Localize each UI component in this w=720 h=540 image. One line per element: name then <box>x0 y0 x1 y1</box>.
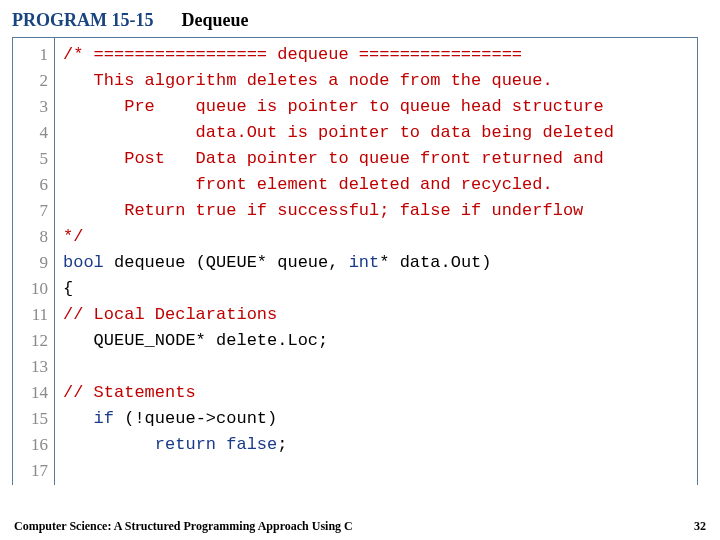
code-token: int <box>349 253 380 272</box>
code-token: ; <box>277 435 287 454</box>
code-line: { <box>63 276 697 302</box>
book-title: Computer Science: A Structured Programmi… <box>14 519 353 534</box>
line-number: 15 <box>13 406 48 432</box>
code-token: dequeue (QUEUE* queue, <box>104 253 349 272</box>
code-line: /* ================= dequeue ===========… <box>63 42 697 68</box>
code-token: */ <box>63 227 83 246</box>
line-number: 7 <box>13 198 48 224</box>
line-number: 12 <box>13 328 48 354</box>
code-line: data.Out is pointer to data being delete… <box>63 120 697 146</box>
code-line: This algorithm deletes a node from the q… <box>63 68 697 94</box>
code-line: return false; <box>63 432 697 458</box>
code-line: Pre queue is pointer to queue head struc… <box>63 94 697 120</box>
code-line: // Statements <box>63 380 697 406</box>
code-token: return <box>155 435 216 454</box>
code-token: // Local Declarations <box>63 305 277 324</box>
code-token: QUEUE_NODE* delete.Loc; <box>63 331 328 350</box>
code-token: if <box>94 409 114 428</box>
line-number: 1 <box>13 42 48 68</box>
code-line: front element deleted and recycled. <box>63 172 697 198</box>
line-number: 8 <box>13 224 48 250</box>
line-number-gutter: 1234567891011121314151617 <box>13 38 55 485</box>
code-token <box>63 435 155 454</box>
slide-header: PROGRAM 15-15 Dequeue <box>0 0 720 37</box>
line-number: 6 <box>13 172 48 198</box>
slide-footer: Computer Science: A Structured Programmi… <box>14 519 706 534</box>
code-line: bool dequeue (QUEUE* queue, int* data.Ou… <box>63 250 697 276</box>
code-token: Post Data pointer to queue front returne… <box>63 149 604 168</box>
line-number: 11 <box>13 302 48 328</box>
code-token: /* ================= dequeue ===========… <box>63 45 522 64</box>
code-line: Post Data pointer to queue front returne… <box>63 146 697 172</box>
code-token: front element deleted and recycled. <box>63 175 553 194</box>
code-token: This algorithm deletes a node from the q… <box>63 71 553 90</box>
line-number: 10 <box>13 276 48 302</box>
program-title: Dequeue <box>181 10 248 31</box>
code-line: Return true if successful; false if unde… <box>63 198 697 224</box>
code-line: if (!queue->count) <box>63 406 697 432</box>
code-token: data.Out is pointer to data being delete… <box>63 123 614 142</box>
code-token <box>216 435 226 454</box>
code-token <box>63 409 94 428</box>
line-number: 13 <box>13 354 48 380</box>
line-number: 16 <box>13 432 48 458</box>
line-number: 9 <box>13 250 48 276</box>
code-token: * data.Out) <box>379 253 491 272</box>
line-number: 5 <box>13 146 48 172</box>
code-token: { <box>63 279 73 298</box>
code-token: bool <box>63 253 104 272</box>
code-area: /* ================= dequeue ===========… <box>55 38 697 485</box>
code-token: false <box>226 435 277 454</box>
line-number: 4 <box>13 120 48 146</box>
code-line: QUEUE_NODE* delete.Loc; <box>63 328 697 354</box>
code-line <box>63 354 697 380</box>
line-number: 3 <box>13 94 48 120</box>
code-token: // Statements <box>63 383 196 402</box>
page-number: 32 <box>694 519 706 534</box>
code-token: (!queue->count) <box>114 409 277 428</box>
code-token: Pre queue is pointer to queue head struc… <box>63 97 604 116</box>
line-number: 17 <box>13 458 48 484</box>
code-line <box>63 458 697 484</box>
code-listing: 1234567891011121314151617 /* ===========… <box>12 37 698 485</box>
code-line: // Local Declarations <box>63 302 697 328</box>
line-number: 2 <box>13 68 48 94</box>
code-line: */ <box>63 224 697 250</box>
program-label: PROGRAM 15-15 <box>12 10 153 31</box>
code-token: Return true if successful; false if unde… <box>63 201 583 220</box>
line-number: 14 <box>13 380 48 406</box>
